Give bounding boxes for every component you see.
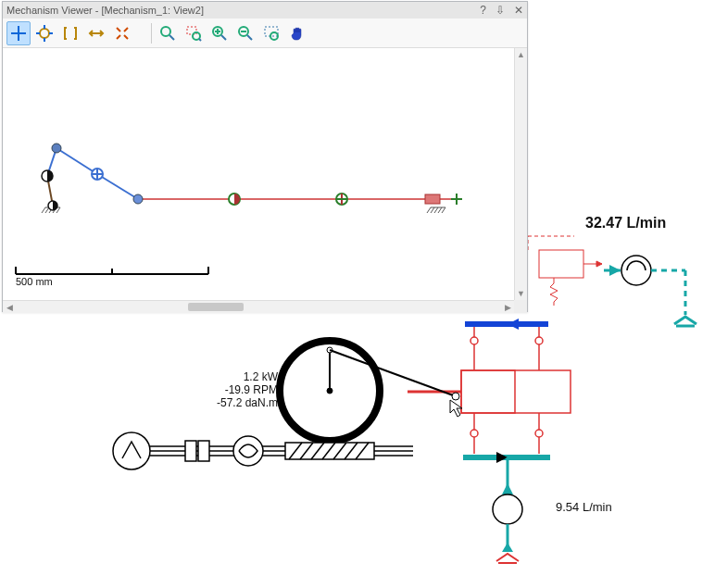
- svg-point-14: [535, 337, 543, 344]
- svg-rect-96: [425, 194, 440, 204]
- zoom-icon[interactable]: [156, 21, 180, 45]
- svg-point-33: [327, 388, 332, 394]
- scroll-thumb[interactable]: [188, 303, 244, 311]
- direction-valve: [408, 319, 571, 494]
- svg-point-44: [233, 436, 263, 466]
- pan-select-icon[interactable]: [259, 21, 283, 45]
- svg-line-89: [438, 207, 442, 213]
- svg-point-38: [113, 432, 150, 469]
- svg-point-13: [470, 337, 478, 344]
- help-button[interactable]: ?: [480, 5, 486, 16]
- flow-top-reading: 32.47 L/min: [585, 215, 666, 231]
- svg-point-23: [535, 430, 543, 437]
- svg-line-47: [300, 443, 313, 459]
- window-title: Mechanism Viewer - [Mechanism_1: View2]: [6, 5, 480, 16]
- toolbar: [3, 19, 527, 48]
- torque-reading: -57.2 daN.m: [194, 396, 278, 409]
- toolbar-group-view: [6, 21, 136, 45]
- ruler-label: 500 mm: [16, 276, 53, 287]
- svg-marker-25: [496, 452, 508, 463]
- svg-marker-16: [508, 319, 519, 330]
- svg-line-62: [124, 28, 128, 31]
- svg-line-69: [199, 39, 201, 41]
- viewport[interactable]: 500 mm ▲ ▼ ◀ ▶: [3, 48, 527, 313]
- svg-line-90: [442, 207, 445, 213]
- bracket-icon[interactable]: [58, 21, 82, 45]
- svg-line-46: [289, 443, 302, 459]
- svg-line-88: [434, 207, 438, 213]
- target-icon[interactable]: [32, 21, 56, 45]
- svg-rect-43: [198, 441, 209, 461]
- svg-line-66: [169, 35, 174, 40]
- drivetrain: [113, 432, 413, 469]
- svg-line-76: [247, 35, 252, 40]
- power-reading: 1.2 kW: [194, 370, 278, 383]
- scroll-corner: [514, 300, 527, 313]
- speed-reading: -19.9 RPM: [194, 383, 278, 396]
- svg-marker-30: [502, 543, 513, 552]
- titlebar: Mechanism Viewer - [Mechanism_1: View2] …: [3, 2, 527, 19]
- svg-rect-42: [185, 441, 196, 461]
- cursor-icon: [450, 400, 462, 417]
- flywheel: [280, 341, 459, 441]
- svg-rect-18: [461, 370, 515, 413]
- scroll-right-icon[interactable]: ▶: [501, 301, 514, 313]
- svg-point-65: [161, 27, 170, 36]
- svg-point-105: [133, 194, 143, 204]
- mechanism-canvas[interactable]: 500 mm: [3, 48, 527, 313]
- scroll-up-icon[interactable]: ▲: [515, 48, 527, 61]
- zoom-in-icon[interactable]: [207, 21, 232, 45]
- expand-icon[interactable]: [110, 21, 134, 45]
- horizontal-scrollbar[interactable]: ◀ ▶: [3, 300, 514, 313]
- widen-icon[interactable]: [84, 21, 108, 45]
- svg-line-50: [333, 443, 346, 459]
- move-cross-icon[interactable]: [6, 21, 31, 45]
- svg-line-63: [117, 35, 120, 39]
- zoom-out-icon[interactable]: [233, 21, 257, 45]
- svg-point-37: [452, 393, 459, 400]
- svg-line-73: [221, 35, 226, 40]
- toolbar-group-zoom: [156, 21, 311, 45]
- svg-line-61: [117, 28, 120, 31]
- svg-line-36: [330, 350, 456, 396]
- hand-icon[interactable]: [285, 21, 309, 45]
- svg-line-64: [124, 35, 128, 39]
- svg-point-22: [470, 430, 478, 437]
- svg-marker-4: [596, 261, 602, 267]
- svg-line-87: [431, 207, 434, 213]
- svg-point-99: [52, 144, 61, 153]
- svg-rect-45: [285, 443, 374, 459]
- flow-bottom-reading: 9.54 L/min: [556, 500, 612, 514]
- svg-point-55: [40, 29, 49, 38]
- svg-line-93: [56, 148, 97, 174]
- close-button[interactable]: ✕: [514, 5, 523, 16]
- mechanism-viewer-panel: Mechanism Viewer - [Mechanism_1: View2] …: [2, 1, 528, 312]
- scroll-left-icon[interactable]: ◀: [3, 301, 16, 313]
- vertical-scrollbar[interactable]: ▲ ▼: [514, 48, 527, 300]
- svg-point-35: [327, 347, 332, 353]
- svg-line-80: [42, 207, 45, 213]
- svg-line-49: [322, 443, 335, 459]
- svg-rect-0: [539, 250, 583, 278]
- svg-line-86: [427, 207, 431, 213]
- svg-line-51: [345, 443, 358, 459]
- svg-point-5: [621, 256, 651, 285]
- svg-marker-7: [609, 265, 621, 276]
- svg-rect-17: [461, 370, 571, 413]
- toolbar-separator: [151, 23, 152, 44]
- svg-point-28: [493, 494, 522, 524]
- svg-point-32: [280, 341, 380, 441]
- zoom-region-icon[interactable]: [182, 21, 206, 45]
- svg-line-52: [356, 443, 369, 459]
- svg-line-94: [97, 174, 138, 199]
- svg-line-48: [311, 443, 324, 459]
- pin-button[interactable]: ⇩: [495, 5, 505, 16]
- svg-marker-27: [502, 483, 513, 494]
- scroll-down-icon[interactable]: ▼: [515, 287, 527, 300]
